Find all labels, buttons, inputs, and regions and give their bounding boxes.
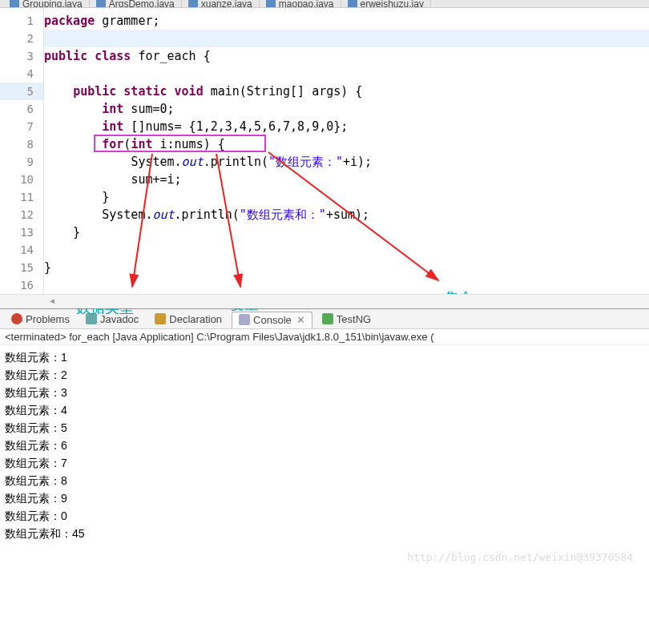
java-file-icon	[10, 0, 19, 8]
code-line	[44, 276, 649, 294]
editor-tabs-bar: Grouping.java ArgsDemo.java xuanze.java …	[0, 0, 649, 8]
output-line: 数组元素：5	[5, 419, 644, 437]
line-number: 6	[0, 100, 43, 118]
code-line: sum+=i;	[44, 171, 649, 188]
code-line: public static void main(String[] args) {	[44, 83, 649, 100]
java-file-icon	[188, 0, 198, 8]
output-line: 数组元素：3	[5, 384, 644, 401]
code-line: public class for_each {	[44, 47, 649, 65]
code-line: System.out.println("数组元素："+i);	[44, 153, 649, 171]
output-line: 数组元素和：45	[5, 525, 644, 542]
close-icon[interactable]: ✕	[296, 314, 305, 326]
code-line: int sum=0;	[44, 100, 649, 118]
line-number: 11	[0, 188, 43, 206]
java-file-icon	[348, 0, 357, 8]
file-tab[interactable]: xuanze.java	[182, 0, 260, 7]
file-tab[interactable]: erweishuzu.jav	[341, 0, 431, 7]
scroll-left-icon[interactable]: ◄	[48, 296, 56, 305]
line-number: 16	[0, 276, 43, 294]
code-line: for(int i:nums) {	[44, 135, 649, 153]
output-line: 数组元素：7	[5, 454, 644, 472]
problems-icon	[11, 313, 22, 324]
output-line: 数组元素：6	[5, 437, 644, 454]
line-number: 7	[0, 118, 43, 135]
line-number: 9	[0, 153, 43, 171]
code-line	[44, 241, 649, 259]
output-line: 数组元素：2	[5, 366, 644, 384]
output-line: 数组元素：8	[5, 472, 644, 489]
tab-declaration[interactable]: Declaration	[148, 312, 228, 327]
code-line: }	[44, 188, 649, 206]
code-line: int []nums= {1,2,3,4,5,6,7,8,9,0};	[44, 118, 649, 135]
file-tab[interactable]: maopao.java	[260, 0, 341, 7]
line-number: 13	[0, 223, 43, 241]
line-number: 2	[0, 30, 43, 47]
code-area[interactable]: package grammer; public class for_each {…	[44, 8, 649, 294]
line-number: 1	[0, 12, 43, 30]
tab-problems[interactable]: Problems	[5, 312, 76, 327]
line-number: 4	[0, 65, 43, 83]
horizontal-scrollbar[interactable]: ◄	[0, 294, 649, 308]
watermark-text: http://blog.csdn.net/weixin@39370584	[407, 551, 633, 563]
java-file-icon	[96, 0, 106, 8]
code-line: package grammer;	[44, 12, 649, 30]
file-tab[interactable]: ArgsDemo.java	[90, 0, 182, 7]
tab-console[interactable]: Console✕	[232, 312, 312, 328]
line-number: 10	[0, 171, 43, 188]
line-number: 8	[0, 135, 43, 153]
code-line	[44, 65, 649, 83]
code-line: System.out.println("数组元素和："+sum);	[44, 206, 649, 223]
code-line: }	[44, 259, 649, 276]
file-tab[interactable]: Grouping.java	[3, 0, 90, 7]
output-line: 数组元素：9	[5, 489, 644, 507]
console-icon	[239, 314, 250, 325]
code-line	[44, 30, 649, 47]
line-number: 12	[0, 206, 43, 223]
java-file-icon	[266, 0, 276, 8]
console-header: <terminated> for_each [Java Application]…	[0, 329, 649, 345]
line-number-gutter: 1 2 3 4 5 6 7 8 9 10 11 12 13 14 15 16	[0, 8, 44, 294]
line-number: 14	[0, 241, 43, 259]
testng-icon	[322, 313, 333, 324]
output-line: 数组元素：1	[5, 348, 644, 366]
output-line: 数组元素：4	[5, 401, 644, 419]
declaration-icon	[155, 313, 166, 324]
line-number: 3	[0, 47, 43, 65]
console-output[interactable]: 数组元素：1 数组元素：2 数组元素：3 数组元素：4 数组元素：5 数组元素：…	[0, 345, 649, 570]
line-number: 5	[0, 83, 43, 100]
line-number: 15	[0, 259, 43, 276]
output-line: 数组元素：0	[5, 507, 644, 525]
tab-testng[interactable]: TestNG	[316, 312, 377, 327]
code-line: }	[44, 223, 649, 241]
code-editor[interactable]: 1 2 3 4 5 6 7 8 9 10 11 12 13 14 15 16 p…	[0, 8, 649, 294]
